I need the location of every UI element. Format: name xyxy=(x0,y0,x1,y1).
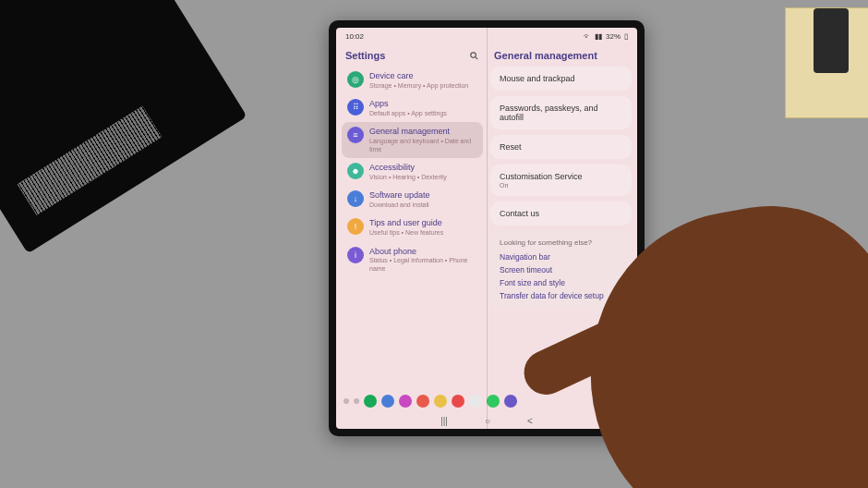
suggestions-title: Looking for something else? xyxy=(500,238,622,247)
software-update-icon: ↓ xyxy=(347,190,364,207)
status-icons: ᯤ ▮▮ 32% ▯ xyxy=(584,32,628,41)
settings-item-subtitle: Storage • Memory • App protection xyxy=(369,82,477,90)
suggestion-link-transfer[interactable]: Transfer data for device setup xyxy=(500,289,622,302)
clock: 10:02 xyxy=(345,32,364,41)
dock-app-icon[interactable] xyxy=(399,395,412,408)
settings-item-title: Apps xyxy=(369,99,477,109)
dock-app-icon[interactable] xyxy=(504,395,517,408)
suggestion-link-navbar[interactable]: Navigation bar xyxy=(500,250,622,263)
option-contact-us[interactable]: Contact us xyxy=(490,201,632,226)
settings-item-title: Software update xyxy=(369,190,477,201)
option-passwords[interactable]: Passwords, passkeys, and autofill xyxy=(490,96,632,129)
barcode xyxy=(18,105,163,215)
back-icon[interactable]: < xyxy=(527,416,533,426)
drawer-handle-icon[interactable] xyxy=(354,398,359,404)
settings-item-subtitle: Status • Legal information • Phone name xyxy=(369,257,477,273)
fold-crease xyxy=(487,28,488,429)
settings-item-subtitle: Useful tips • New features xyxy=(369,229,477,237)
option-subtitle: On xyxy=(500,182,622,189)
signal-icon: ▮▮ xyxy=(595,32,602,41)
wifi-icon: ᯤ xyxy=(584,32,591,41)
settings-item-title: About phone xyxy=(369,247,477,257)
dock-app-icon[interactable] xyxy=(452,395,464,408)
svg-point-0 xyxy=(471,52,476,57)
settings-item-accessibility[interactable]: ☻ Accessibility Vision • Hearing • Dexte… xyxy=(342,158,483,186)
settings-item-title: Device care xyxy=(369,71,477,81)
settings-item-about-phone[interactable]: i About phone Status • Legal information… xyxy=(342,242,483,278)
settings-item-device-care[interactable]: ◎ Device care Storage • Memory • App pro… xyxy=(342,67,483,94)
drawer-handle-icon[interactable] xyxy=(344,398,349,404)
suggestion-link-screen-timeout[interactable]: Screen timeout xyxy=(500,263,622,276)
product-box: Galaxy Z Fold6 xyxy=(0,0,247,253)
accessibility-icon: ☻ xyxy=(347,163,364,179)
option-reset[interactable]: Reset xyxy=(490,135,632,159)
dock-app-icon[interactable] xyxy=(364,395,377,408)
detail-title: General management xyxy=(494,50,597,61)
option-mouse-trackpad[interactable]: Mouse and trackpad xyxy=(490,67,632,91)
battery-icon: ▯ xyxy=(624,32,628,41)
option-title: Mouse and trackpad xyxy=(500,74,622,83)
settings-item-tips[interactable]: ! Tips and user guide Useful tips • New … xyxy=(342,214,483,241)
wood-block xyxy=(785,7,868,118)
about-phone-icon: i xyxy=(347,247,364,263)
svg-line-1 xyxy=(476,56,477,58)
settings-item-title: Tips and user guide xyxy=(369,218,477,228)
settings-item-subtitle: Default apps • App settings xyxy=(369,110,477,117)
settings-item-title: Accessibility xyxy=(369,163,477,173)
settings-item-subtitle: Download and install xyxy=(369,201,477,209)
settings-list-pane: Settings ◎ Device care Storage • Memory … xyxy=(336,44,487,390)
settings-item-subtitle: Vision • Hearing • Dexterity xyxy=(369,174,477,181)
search-icon[interactable] xyxy=(469,51,479,61)
settings-item-software-update[interactable]: ↓ Software update Download and install xyxy=(342,186,483,214)
settings-item-title: General management xyxy=(369,127,477,137)
dock-app-icon[interactable] xyxy=(381,395,394,408)
settings-title: Settings xyxy=(345,50,385,61)
recents-icon[interactable]: ||| xyxy=(440,416,448,426)
hinge xyxy=(814,8,849,73)
apps-icon: ⠿ xyxy=(347,99,364,116)
battery-percent: 32% xyxy=(606,32,621,41)
option-title: Customisation Service xyxy=(500,172,622,181)
option-title: Passwords, passkeys, and autofill xyxy=(500,104,622,122)
option-title: Reset xyxy=(500,142,622,152)
device-care-icon: ◎ xyxy=(347,71,364,88)
dock-app-icon[interactable] xyxy=(434,395,447,408)
option-title: Contact us xyxy=(500,209,622,218)
tips-icon: ! xyxy=(347,218,364,235)
settings-item-general-management[interactable]: ≡ General management Language and keyboa… xyxy=(342,122,483,158)
suggestion-link-font[interactable]: Font size and style xyxy=(500,276,622,289)
option-customisation-service[interactable]: Customisation Service On xyxy=(490,165,632,196)
settings-item-apps[interactable]: ⠿ Apps Default apps • App settings xyxy=(342,94,483,122)
dock-app-icon[interactable] xyxy=(416,395,429,408)
dock-app-icon[interactable] xyxy=(469,395,482,408)
general-management-icon: ≡ xyxy=(347,127,364,143)
dock-app-icon[interactable] xyxy=(487,395,500,408)
settings-item-subtitle: Language and keyboard • Date and time xyxy=(369,138,477,153)
